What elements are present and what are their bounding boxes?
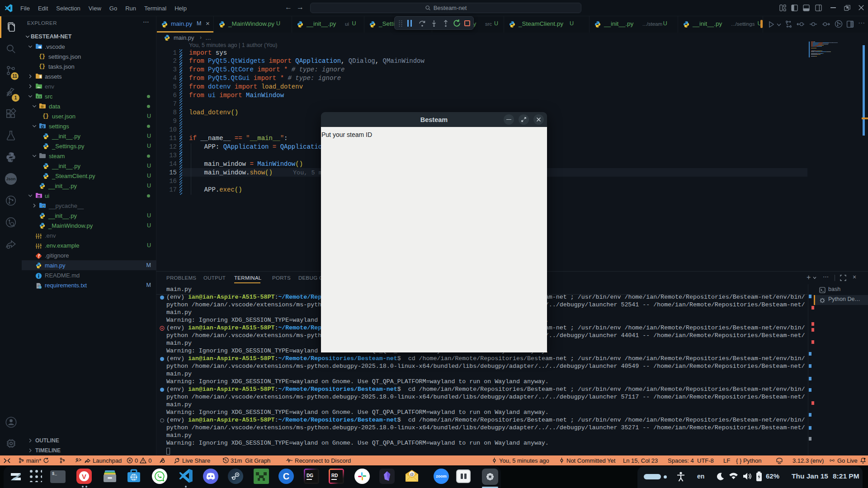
- svg-text:@: @: [410, 472, 414, 477]
